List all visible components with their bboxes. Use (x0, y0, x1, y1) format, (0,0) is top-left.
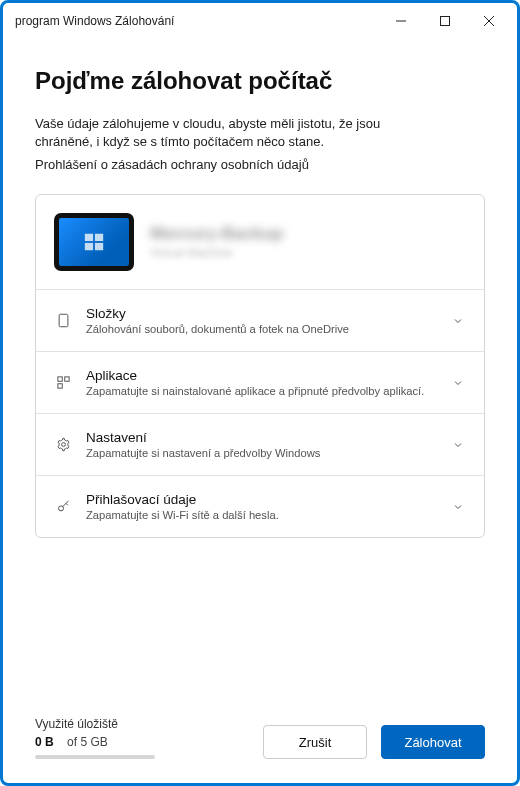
svg-rect-11 (57, 384, 61, 388)
close-button[interactable] (467, 6, 511, 36)
minimize-button[interactable] (379, 6, 423, 36)
section-sub: Zálohování souborů, dokumentů a fotek na… (86, 323, 436, 335)
device-sub: Virtual Machine (150, 246, 466, 260)
storage-progress (35, 755, 155, 759)
section-sub: Zapamatujte si nainstalované aplikace a … (86, 385, 436, 397)
svg-rect-6 (85, 243, 93, 250)
storage-of: of (67, 735, 77, 749)
section-sub: Zapamatujte si nastavení a předvolby Win… (86, 447, 436, 459)
svg-rect-5 (95, 234, 103, 241)
svg-rect-1 (441, 17, 450, 26)
section-title: Aplikace (86, 368, 436, 383)
section-title: Přihlašovací údaje (86, 492, 436, 507)
storage-label: Využité úložiště (35, 717, 249, 731)
section-sub: Zapamatujte si Wi-Fi sítě a další hesla. (86, 509, 436, 521)
intro-text: Vaše údaje zálohujeme v cloudu, abyste m… (35, 115, 435, 151)
svg-point-12 (61, 443, 65, 447)
svg-rect-9 (57, 377, 61, 381)
storage-amount: 0 B of 5 GB (35, 735, 249, 749)
chevron-down-icon (450, 313, 466, 329)
storage-info: Využité úložiště 0 B of 5 GB (35, 717, 249, 759)
footer: Využité úložiště 0 B of 5 GB Zrušit Zálo… (3, 701, 517, 783)
chevron-down-icon (450, 375, 466, 391)
device-thumbnail (54, 213, 134, 271)
apps-icon (54, 374, 72, 392)
svg-rect-10 (64, 377, 68, 381)
svg-rect-4 (85, 234, 93, 241)
chevron-down-icon (450, 499, 466, 515)
titlebar: program Windows Zálohování (3, 3, 517, 39)
window-title: program Windows Zálohování (15, 14, 379, 28)
section-folders[interactable]: Složky Zálohování souborů, dokumentů a f… (36, 289, 484, 351)
device-name: Mercury-Backup (150, 224, 466, 244)
section-apps[interactable]: Aplikace Zapamatujte si nainstalované ap… (36, 351, 484, 413)
svg-rect-7 (95, 243, 103, 250)
storage-used: 0 B (35, 735, 54, 749)
folder-icon (54, 312, 72, 330)
chevron-down-icon (450, 437, 466, 453)
main-content: Pojďme zálohovat počítač Vaše údaje zálo… (3, 39, 517, 701)
section-title: Složky (86, 306, 436, 321)
maximize-button[interactable] (423, 6, 467, 36)
page-title: Pojďme zálohovat počítač (35, 67, 485, 95)
device-row: Mercury-Backup Virtual Machine (36, 195, 484, 289)
windows-logo-icon (83, 231, 105, 253)
section-title: Nastavení (86, 430, 436, 445)
storage-total: 5 GB (80, 735, 107, 749)
section-settings[interactable]: Nastavení Zapamatujte si nastavení a pře… (36, 413, 484, 475)
backup-panel: Mercury-Backup Virtual Machine Složky Zá… (35, 194, 485, 538)
privacy-link[interactable]: Prohlášení o zásadách ochrany osobních ú… (35, 157, 485, 172)
gear-icon (54, 436, 72, 454)
section-credentials[interactable]: Přihlašovací údaje Zapamatujte si Wi-Fi … (36, 475, 484, 537)
svg-rect-8 (59, 315, 68, 328)
key-icon (54, 498, 72, 516)
backup-button[interactable]: Zálohovat (381, 725, 485, 759)
cancel-button[interactable]: Zrušit (263, 725, 367, 759)
